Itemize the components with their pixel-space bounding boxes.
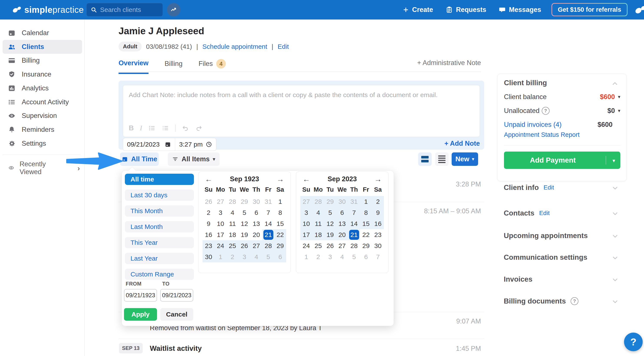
add-payment-button[interactable]: Add Payment ▾ — [504, 152, 620, 169]
new-item-button[interactable]: New ▾ — [452, 153, 478, 166]
range-option-last-30-days[interactable]: Last 30 days — [125, 189, 194, 201]
calendar-day[interactable]: 25 — [312, 240, 324, 251]
bullet-list-icon[interactable] — [148, 124, 156, 132]
calendar-day[interactable]: 27 — [336, 240, 348, 251]
calendar-day[interactable]: 2 — [202, 207, 214, 218]
calendar-day[interactable]: 24 — [214, 240, 226, 251]
referral-button[interactable]: Get $150 for referrals — [552, 3, 628, 16]
section-billing-documents[interactable]: Billing documents? — [497, 295, 627, 308]
calendar-day[interactable]: 26 — [324, 240, 336, 251]
calendar-day[interactable]: 29 — [238, 196, 250, 207]
calendar-day[interactable]: 6 — [274, 251, 286, 262]
create-button[interactable]: Create — [402, 0, 433, 19]
numbered-list-icon[interactable] — [162, 124, 169, 132]
calendar-day[interactable]: 24 — [300, 240, 312, 251]
unpaid-invoices-link[interactable]: Unpaid invoices (4) — [504, 121, 562, 129]
edit-client-link[interactable]: Edit — [278, 43, 289, 50]
help-circle-icon[interactable]: ? — [570, 297, 578, 305]
items-filter-dropdown[interactable]: All Items ▾ — [168, 153, 220, 166]
calendar-day[interactable]: 26 — [202, 196, 214, 207]
range-option-last-year[interactable]: Last Year — [125, 253, 194, 264]
bold-icon[interactable]: B — [129, 124, 134, 132]
list-view-toggle[interactable] — [435, 153, 448, 166]
calendar-day[interactable]: 3 — [324, 251, 336, 262]
calendar-day[interactable]: 16 — [372, 218, 384, 229]
calendar-day[interactable]: 31 — [348, 196, 360, 207]
sidebar-item-calendar[interactable]: Calendar — [2, 26, 82, 40]
calendar-day[interactable]: 20 — [250, 229, 262, 240]
time-filter-button[interactable]: All Time — [120, 153, 159, 166]
calendar-day[interactable]: 11 — [312, 218, 324, 229]
chevron-up-icon[interactable] — [611, 80, 618, 87]
tab-billing[interactable]: Billing — [164, 60, 182, 73]
calendar-day[interactable]: 7 — [262, 207, 274, 218]
calendar-day[interactable]: 2 — [226, 251, 238, 262]
add-note-button[interactable]: + Add Note — [444, 140, 480, 148]
calendar-day[interactable]: 27 — [300, 196, 312, 207]
chevron-down-icon[interactable] — [612, 254, 619, 261]
sidebar-item-insurance[interactable]: Insurance — [2, 67, 82, 81]
caret-down-icon[interactable]: ▾ — [612, 158, 615, 164]
calendar-day[interactable]: 19 — [324, 229, 336, 240]
calendar-day[interactable]: 9 — [202, 218, 214, 229]
calendar-day[interactable]: 15 — [360, 218, 372, 229]
sidebar-item-settings[interactable]: Settings — [2, 137, 82, 151]
calendar-day[interactable]: 8 — [360, 207, 372, 218]
calendar-day[interactable]: 8 — [274, 207, 286, 218]
calendar-day[interactable]: 20 — [336, 229, 348, 240]
calendar-day[interactable]: 27 — [250, 240, 262, 251]
range-option-last-month[interactable]: Last Month — [125, 221, 194, 232]
calendar-day[interactable]: 7 — [348, 207, 360, 218]
range-option-this-month[interactable]: This Month — [125, 205, 194, 217]
range-option-all-time[interactable]: All time — [125, 174, 194, 185]
chevron-down-icon[interactable] — [612, 210, 619, 217]
help-circle-icon[interactable]: ? — [542, 107, 550, 115]
from-date-input[interactable]: 09/21/1923 — [124, 289, 157, 302]
calendar-day[interactable]: 4 — [250, 251, 262, 262]
calendar-next-icon[interactable]: → — [374, 176, 382, 183]
calendar-day[interactable]: 2 — [372, 196, 384, 207]
search-clients-input[interactable]: Search clients — [86, 3, 163, 16]
sidebar-item-account-activity[interactable]: Account Activity — [2, 95, 82, 109]
calendar-day[interactable]: 2 — [312, 251, 324, 262]
calendar-day[interactable]: 11 — [226, 218, 238, 229]
calendar-day[interactable]: 21 — [262, 229, 274, 240]
schedule-appointment-link[interactable]: Schedule appointment — [202, 43, 267, 50]
calendar-day[interactable]: 22 — [274, 229, 286, 240]
calendar-day[interactable]: 28 — [226, 196, 238, 207]
chart-note-textarea[interactable]: Add Chart Note: include notes from a cal… — [123, 85, 480, 137]
section-edit-link[interactable]: Edit — [544, 184, 554, 191]
calendar-day[interactable]: 17 — [214, 229, 226, 240]
calendar-day[interactable]: 5 — [262, 251, 274, 262]
calendar-day[interactable]: 3 — [214, 207, 226, 218]
sidebar-item-reminders[interactable]: Reminders — [2, 123, 82, 137]
calendar-day[interactable]: 5 — [238, 207, 250, 218]
section-upcoming-appointments[interactable]: Upcoming appointments — [497, 230, 627, 243]
calendar-day[interactable]: 5 — [324, 207, 336, 218]
calendar-next-icon[interactable]: → — [276, 176, 284, 183]
administrative-note-button[interactable]: + Administrative Note — [404, 59, 481, 67]
calendar-day[interactable]: 1 — [360, 196, 372, 207]
calendar-day[interactable]: 26 — [238, 240, 250, 251]
calendar-day[interactable]: 1 — [300, 251, 312, 262]
calendar-day[interactable]: 4 — [336, 251, 348, 262]
section-communication-settings[interactable]: Communication settings — [497, 251, 627, 265]
chevron-down-icon[interactable] — [612, 298, 619, 305]
range-option-custom-range[interactable]: Custom Range — [125, 269, 194, 280]
calendar-day[interactable]: 15 — [274, 218, 286, 229]
calendar-day[interactable]: 31 — [262, 196, 274, 207]
section-contacts[interactable]: ContactsEdit — [497, 207, 627, 220]
calendar-day[interactable]: 1 — [274, 196, 286, 207]
calendar-day[interactable]: 28 — [262, 240, 274, 251]
note-time-input[interactable]: 3:27 pm — [175, 138, 216, 151]
help-button[interactable]: ? — [624, 333, 643, 351]
calendar-day[interactable]: 29 — [324, 196, 336, 207]
messages-button[interactable]: Messages — [498, 0, 541, 19]
section-edit-link[interactable]: Edit — [539, 210, 550, 217]
calendar-day[interactable]: 30 — [250, 196, 262, 207]
calendar-day[interactable]: 3 — [238, 251, 250, 262]
calendar-day[interactable]: 22 — [360, 229, 372, 240]
caret-down-icon[interactable]: ▾ — [618, 108, 620, 114]
italic-icon[interactable]: I — [140, 124, 142, 132]
calendar-day[interactable]: 19 — [238, 229, 250, 240]
